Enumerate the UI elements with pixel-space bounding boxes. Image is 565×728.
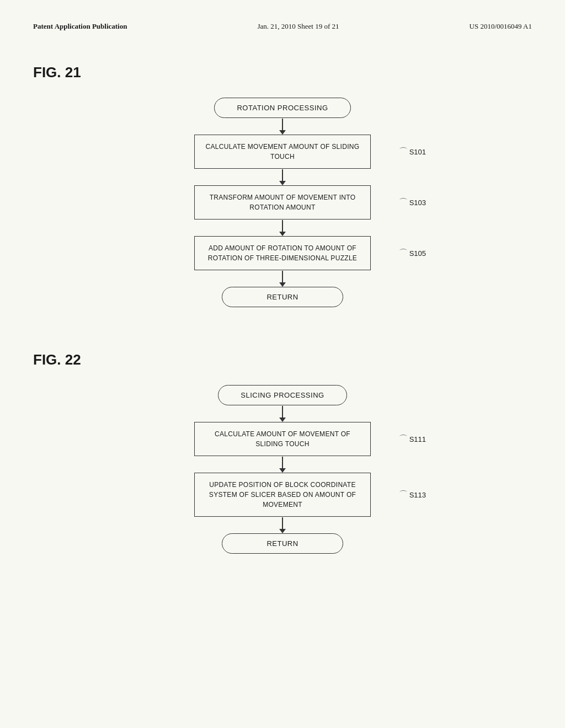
- fig21-s101-node: CALCULATE MOVEMENT AMOUNT OF SLIDINGTOUC…: [194, 135, 371, 169]
- figure-22-section: FIG. 22 SLICING PROCESSING CALCULATE AMO…: [33, 351, 532, 554]
- page-header: Patent Application Publication Jan. 21, …: [33, 22, 532, 31]
- fig21-flowchart: ROTATION PROCESSING CALCULATE MOVEMENT A…: [33, 98, 532, 307]
- curve-icon: ⌒: [399, 433, 408, 445]
- fig21-return-node: RETURN: [222, 287, 343, 307]
- header-left: Patent Application Publication: [33, 22, 127, 31]
- header-center: Jan. 21, 2010 Sheet 19 of 21: [258, 22, 339, 31]
- curve-icon: ⌒: [399, 489, 408, 501]
- arrow-down-icon: [282, 271, 283, 286]
- fig21-s105-label: ⌒ S105: [399, 248, 426, 259]
- arrow-down-icon: [282, 457, 283, 472]
- arrow-down-icon: [282, 220, 283, 235]
- fig22-arrow1: [33, 405, 532, 422]
- fig21-start-node: ROTATION PROCESSING: [214, 98, 350, 118]
- fig22-arrow3: [33, 517, 532, 533]
- fig21-s105-row: ADD AMOUNT OF ROTATION TO AMOUNT OFROTAT…: [33, 236, 532, 270]
- curve-icon: ⌒: [399, 197, 408, 208]
- figure-21-section: FIG. 21 ROTATION PROCESSING CALCULATE MO…: [33, 64, 532, 307]
- fig21-arrow3: [33, 220, 532, 236]
- arrow-down-icon: [282, 169, 283, 185]
- fig22-start-row: SLICING PROCESSING: [33, 385, 532, 405]
- fig22-return-row: RETURN: [33, 533, 532, 554]
- fig22-start-node: SLICING PROCESSING: [218, 385, 347, 405]
- fig22-s113-label: ⌒ S113: [399, 489, 426, 501]
- fig21-s105-node: ADD AMOUNT OF ROTATION TO AMOUNT OFROTAT…: [194, 236, 371, 270]
- header-right: US 2010/0016049 A1: [470, 22, 532, 31]
- fig22-s113-row: UPDATE POSITION OF BLOCK COORDINATESYSTE…: [33, 473, 532, 517]
- fig21-s103-label: ⌒ S103: [399, 197, 426, 208]
- page: Patent Application Publication Jan. 21, …: [0, 0, 565, 728]
- fig22-return-node: RETURN: [222, 533, 343, 554]
- fig22-s111-row: CALCULATE AMOUNT OF MOVEMENT OFSLIDING T…: [33, 422, 532, 456]
- fig22-s111-label: ⌒ S111: [399, 433, 426, 445]
- fig22-flowchart: SLICING PROCESSING CALCULATE AMOUNT OF M…: [33, 385, 532, 554]
- fig22-s111-node: CALCULATE AMOUNT OF MOVEMENT OFSLIDING T…: [194, 422, 371, 456]
- fig22-label: FIG. 22: [33, 351, 532, 368]
- curve-icon: ⌒: [399, 146, 408, 158]
- arrow-down-icon: [282, 406, 283, 421]
- fig21-label: FIG. 21: [33, 64, 532, 81]
- fig21-s101-label: ⌒ S101: [399, 146, 426, 158]
- arrow-down-icon: [282, 119, 283, 134]
- fig21-arrow1: [33, 118, 532, 135]
- fig21-start-row: ROTATION PROCESSING: [33, 98, 532, 118]
- fig21-s101-row: CALCULATE MOVEMENT AMOUNT OF SLIDINGTOUC…: [33, 135, 532, 169]
- fig21-return-row: RETURN: [33, 287, 532, 307]
- fig21-arrow2: [33, 169, 532, 185]
- fig22-arrow2: [33, 456, 532, 473]
- fig22-s113-node: UPDATE POSITION OF BLOCK COORDINATESYSTE…: [194, 473, 371, 517]
- arrow-down-icon: [282, 517, 283, 533]
- curve-icon: ⌒: [399, 248, 408, 259]
- fig21-s103-row: TRANSFORM AMOUNT OF MOVEMENT INTOROTATIO…: [33, 185, 532, 220]
- fig21-arrow4: [33, 270, 532, 287]
- fig21-s103-node: TRANSFORM AMOUNT OF MOVEMENT INTOROTATIO…: [194, 185, 371, 220]
